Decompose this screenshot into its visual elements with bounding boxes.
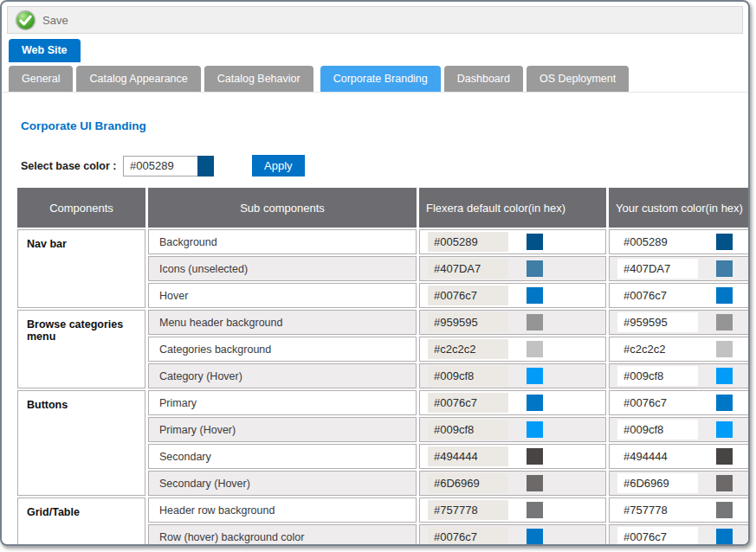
column-header-flexera-default-color-in-hex: Flexera default color(in hex) xyxy=(419,188,606,228)
custom-color-input[interactable] xyxy=(617,232,698,252)
custom-color-swatch[interactable] xyxy=(716,475,733,491)
custom-color-input[interactable] xyxy=(617,259,698,279)
settings-tabs: GeneralCatalog AppearanceCatalog Behavio… xyxy=(2,66,748,93)
sub-component-cell: Row (hover) background color xyxy=(148,524,417,546)
default-color-cell xyxy=(419,417,606,442)
default-color-cell xyxy=(419,363,606,388)
apply-button[interactable]: Apply xyxy=(252,155,305,177)
default-color-input xyxy=(428,286,508,305)
default-color-input xyxy=(428,366,508,386)
sub-component-cell: Menu header background xyxy=(148,310,417,335)
sub-component-cell: Secondary xyxy=(148,444,417,469)
default-color-swatch xyxy=(527,260,543,277)
custom-color-swatch[interactable] xyxy=(716,395,733,411)
custom-color-cell xyxy=(609,256,750,281)
tab-catalog-appearance[interactable]: Catalog Appearance xyxy=(76,66,200,92)
tab-catalog-behavior[interactable]: Catalog Behavior xyxy=(204,66,313,92)
default-color-cell xyxy=(419,497,606,523)
table-row: Nav barBackground xyxy=(17,229,750,254)
custom-color-swatch[interactable] xyxy=(716,502,733,518)
table-row: Grid/TableHeader row background xyxy=(17,497,750,523)
sub-component-cell: Secondary (Hover) xyxy=(148,471,417,496)
default-color-swatch xyxy=(527,368,543,384)
custom-color-input[interactable] xyxy=(617,420,698,440)
tab-os-deployment[interactable]: OS Deployment xyxy=(527,66,629,92)
custom-color-swatch[interactable] xyxy=(716,448,733,465)
default-color-input xyxy=(428,259,508,279)
custom-color-cell xyxy=(609,524,750,546)
component-cell-buttons: Buttons xyxy=(17,390,145,496)
custom-color-cell xyxy=(609,417,750,442)
tab-general[interactable]: General xyxy=(9,66,73,92)
base-color-row: Select base color : Apply xyxy=(21,155,748,177)
toolbar: Save xyxy=(7,6,743,34)
sub-component-cell: Primary xyxy=(148,390,417,415)
tab-corporate-branding[interactable]: Corporate Branding xyxy=(320,66,441,92)
custom-color-swatch[interactable] xyxy=(716,341,733,357)
custom-color-cell xyxy=(609,390,750,415)
sub-component-cell: Categories background xyxy=(148,337,417,362)
default-color-input xyxy=(428,339,508,359)
default-color-cell xyxy=(419,229,606,254)
custom-color-swatch[interactable] xyxy=(716,314,733,331)
component-cell-nav-bar: Nav bar xyxy=(17,229,145,308)
tab-web-site[interactable]: Web Site xyxy=(9,39,81,62)
sub-component-cell: Header row background xyxy=(148,497,417,523)
default-color-input xyxy=(428,446,508,466)
custom-color-cell xyxy=(609,444,750,469)
custom-color-input[interactable] xyxy=(617,500,698,520)
tab-dashboard[interactable]: Dashboard xyxy=(444,66,523,92)
default-color-input xyxy=(428,232,508,252)
default-color-swatch xyxy=(527,314,543,331)
custom-color-swatch[interactable] xyxy=(716,260,733,277)
custom-color-cell xyxy=(609,229,750,254)
save-label: Save xyxy=(42,14,68,27)
custom-color-cell xyxy=(609,497,750,523)
custom-color-input[interactable] xyxy=(617,339,698,359)
custom-color-input[interactable] xyxy=(617,473,698,493)
custom-color-input[interactable] xyxy=(617,393,698,413)
custom-color-input[interactable] xyxy=(617,366,698,386)
default-color-cell xyxy=(419,283,606,308)
custom-color-swatch[interactable] xyxy=(716,287,733,304)
save-button[interactable]: Save xyxy=(15,10,68,31)
default-color-swatch xyxy=(527,234,543,250)
default-color-input xyxy=(428,420,508,440)
component-cell-grid-table: Grid/Table xyxy=(17,497,145,546)
default-color-input xyxy=(428,527,508,546)
default-color-cell xyxy=(419,310,606,335)
default-color-swatch xyxy=(527,448,543,465)
sub-component-cell: Primary (Hover) xyxy=(148,417,417,442)
default-color-swatch xyxy=(527,395,543,411)
base-color-swatch[interactable] xyxy=(197,156,214,177)
site-tab-row: Web Site xyxy=(9,39,748,62)
default-color-cell xyxy=(419,471,606,496)
page-title: Corporate UI Branding xyxy=(21,119,748,132)
settings-window: Save Web Site GeneralCatalog AppearanceC… xyxy=(0,0,750,546)
custom-color-input[interactable] xyxy=(617,312,698,332)
default-color-swatch xyxy=(527,421,543,438)
sub-component-cell: Category (Hover) xyxy=(148,363,417,388)
default-color-swatch xyxy=(527,287,543,304)
custom-color-swatch[interactable] xyxy=(716,529,733,545)
default-color-input xyxy=(428,312,508,332)
column-header-components: Components xyxy=(17,188,145,228)
custom-color-swatch[interactable] xyxy=(716,368,733,384)
table-row: Browse categories menuMenu header backgr… xyxy=(17,310,750,335)
custom-color-cell xyxy=(609,471,750,496)
default-color-swatch xyxy=(527,502,543,518)
table-row: ButtonsPrimary xyxy=(17,390,750,415)
custom-color-swatch[interactable] xyxy=(716,234,733,250)
custom-color-cell xyxy=(609,283,750,308)
custom-color-input[interactable] xyxy=(617,527,698,546)
custom-color-swatch[interactable] xyxy=(716,421,733,438)
default-color-cell xyxy=(419,524,606,546)
custom-color-input[interactable] xyxy=(617,286,698,305)
default-color-swatch xyxy=(527,341,543,357)
custom-color-input[interactable] xyxy=(617,446,698,466)
base-color-input[interactable] xyxy=(123,156,197,177)
custom-color-cell xyxy=(609,337,750,362)
sub-component-cell: Icons (unselected) xyxy=(148,256,417,281)
custom-color-cell xyxy=(609,310,750,335)
base-color-label: Select base color : xyxy=(21,160,123,172)
